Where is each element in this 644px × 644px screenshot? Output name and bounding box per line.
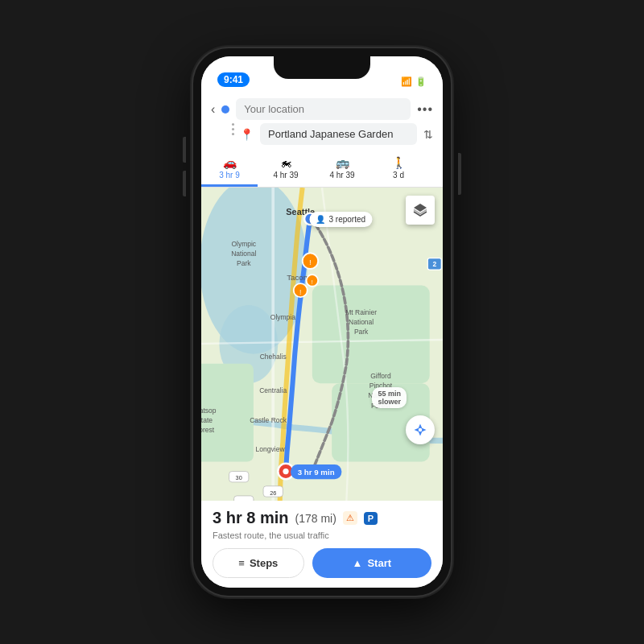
svg-text:Olympia: Olympia bbox=[270, 313, 295, 321]
svg-point-47 bbox=[419, 428, 423, 432]
tab-transit[interactable]: 🚌 4 hr 39 bbox=[314, 151, 370, 187]
wifi-icon: 📶 bbox=[401, 76, 412, 87]
power-button[interactable] bbox=[458, 153, 461, 195]
svg-text:National: National bbox=[231, 250, 256, 258]
svg-text:Olympic: Olympic bbox=[231, 240, 256, 248]
walk-icon: 🚶 bbox=[392, 156, 406, 169]
svg-text:2: 2 bbox=[432, 260, 436, 268]
direction-bar: ‹ ••• 📍 ⇅ bbox=[201, 92, 443, 151]
svg-text:Chehalis: Chehalis bbox=[260, 353, 287, 361]
destination-input[interactable] bbox=[260, 123, 417, 145]
destination-pin-icon: 📍 bbox=[240, 128, 254, 141]
status-icons: 📶 🔋 bbox=[401, 76, 427, 87]
svg-text:Park: Park bbox=[237, 259, 251, 267]
drive-time: 3 hr 9 bbox=[219, 171, 240, 180]
status-time: 9:41 bbox=[217, 72, 250, 87]
steps-button[interactable]: ≡ Steps bbox=[213, 548, 304, 578]
tab-walk[interactable]: 🚶 3 d bbox=[370, 151, 427, 187]
phone-screen: 9:41 📶 🔋 ‹ ••• 📍 ⇅ bbox=[201, 56, 443, 588]
route-line-dots bbox=[225, 123, 240, 145]
svg-text:Longview: Longview bbox=[256, 445, 286, 453]
origin-dot-icon bbox=[221, 105, 229, 114]
svg-text:National: National bbox=[368, 391, 393, 399]
svg-text:State: State bbox=[201, 416, 213, 424]
start-label: Start bbox=[367, 557, 391, 569]
steps-icon: ≡ bbox=[238, 557, 245, 569]
svg-text:Clatsop: Clatsop bbox=[201, 407, 217, 415]
tab-bike[interactable]: 🚲 bbox=[427, 151, 443, 187]
action-buttons: ≡ Steps ▲ Start bbox=[213, 548, 431, 578]
svg-text:Park: Park bbox=[354, 328, 369, 336]
svg-text:Castle Rock: Castle Rock bbox=[250, 416, 287, 424]
start-icon: ▲ bbox=[353, 557, 363, 569]
back-button[interactable]: ‹ bbox=[211, 102, 215, 117]
walk-time: 3 d bbox=[393, 171, 404, 180]
transit-time: 4 hr 39 bbox=[329, 171, 354, 180]
svg-text:National: National bbox=[349, 318, 374, 326]
motorcycle-time: 4 hr 39 bbox=[273, 171, 298, 180]
svg-text:Forest: Forest bbox=[201, 426, 215, 434]
destination-row: 📍 ⇅ bbox=[240, 123, 433, 145]
steps-label: Steps bbox=[250, 557, 278, 569]
svg-text:!: ! bbox=[312, 279, 313, 286]
volume-up-button[interactable] bbox=[183, 137, 186, 163]
svg-text:30: 30 bbox=[236, 474, 242, 481]
transit-icon: 🚌 bbox=[336, 156, 349, 169]
svg-text:Mt Rainier: Mt Rainier bbox=[345, 308, 377, 316]
origin-row: ‹ ••• bbox=[211, 98, 433, 120]
svg-text:Pinchot: Pinchot bbox=[369, 382, 393, 390]
svg-rect-3 bbox=[312, 286, 430, 384]
svg-point-28 bbox=[283, 469, 288, 474]
bottom-panel: 3 hr 8 min (178 mi) ⚠ P Fastest route, t… bbox=[201, 501, 443, 588]
volume-down-button[interactable] bbox=[183, 171, 186, 196]
traffic-warning-badge: ⚠ bbox=[343, 511, 357, 525]
phone-frame: 9:41 📶 🔋 ‹ ••• 📍 ⇅ bbox=[193, 48, 451, 596]
svg-text:!: ! bbox=[299, 288, 301, 296]
svg-text:30: 30 bbox=[241, 499, 247, 501]
map-area[interactable]: Seattle Tacoma Olympia Olympic National … bbox=[201, 188, 443, 501]
route-summary: 3 hr 8 min (178 mi) ⚠ P bbox=[213, 509, 431, 527]
svg-text:!: ! bbox=[309, 258, 312, 266]
svg-text:Forest: Forest bbox=[371, 402, 391, 410]
transport-tabs: 🚗 3 hr 9 🏍 4 hr 39 🚌 4 hr 39 🚶 3 d 🚲 bbox=[201, 151, 443, 188]
motorcycle-icon: 🏍 bbox=[280, 156, 291, 169]
route-distance: (178 mi) bbox=[295, 512, 336, 525]
svg-text:Gifford: Gifford bbox=[370, 372, 391, 380]
swap-directions-button[interactable]: ⇅ bbox=[423, 128, 433, 141]
route-time: 3 hr 8 min bbox=[213, 509, 288, 527]
tab-motorcycle[interactable]: 🏍 4 hr 39 bbox=[258, 151, 314, 187]
start-navigation-button[interactable]: ▲ Start bbox=[312, 548, 431, 578]
origin-input[interactable] bbox=[236, 98, 411, 120]
route-subtitle: Fastest route, the usual traffic bbox=[213, 530, 431, 540]
svg-point-26 bbox=[304, 213, 316, 225]
drive-icon: 🚗 bbox=[223, 156, 237, 169]
layers-button[interactable] bbox=[406, 196, 435, 225]
more-options-button[interactable]: ••• bbox=[417, 102, 433, 117]
svg-text:Centralia: Centralia bbox=[259, 386, 287, 394]
my-location-button[interactable] bbox=[406, 415, 435, 444]
notch bbox=[274, 56, 370, 79]
tab-drive[interactable]: 🚗 3 hr 9 bbox=[201, 151, 258, 187]
parking-badge: P bbox=[364, 512, 378, 525]
svg-text:3 hr 9 min: 3 hr 9 min bbox=[298, 468, 335, 477]
svg-text:26: 26 bbox=[270, 489, 276, 497]
battery-icon: 🔋 bbox=[415, 76, 427, 87]
